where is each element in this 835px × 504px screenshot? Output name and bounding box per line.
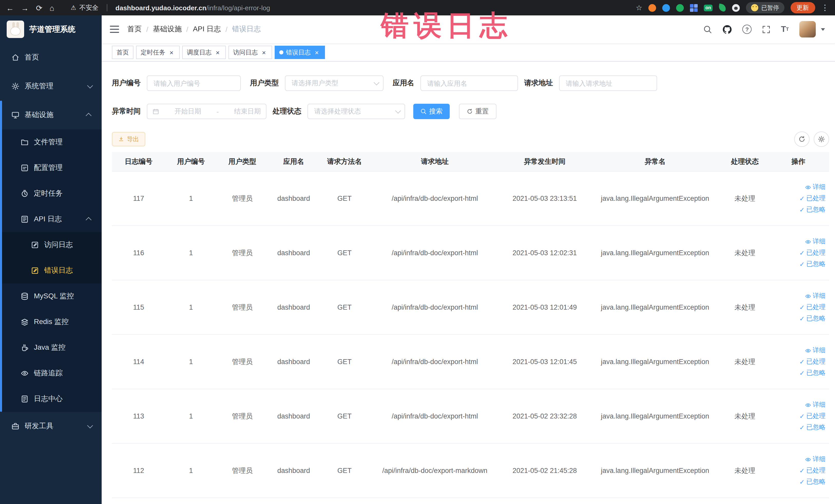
extension-icon[interactable]: [648, 4, 656, 12]
ignored-link[interactable]: ✓已忽略: [799, 314, 826, 323]
processed-link[interactable]: ✓已处理: [799, 466, 826, 475]
cell-user_type: 管理员: [217, 194, 268, 203]
extension-on-badge[interactable]: on: [704, 4, 713, 11]
detail-link[interactable]: 详细: [805, 183, 826, 191]
cell-url: /api/infra/db-doc/export-html: [370, 358, 500, 366]
sidebar-item[interactable]: 研发工具: [0, 412, 102, 441]
error-log-table: 日志编号用户编号用户类型应用名请求方法名请求地址异常发生时间异常名处理状态操作 …: [112, 152, 829, 498]
column-settings-button[interactable]: [813, 132, 829, 147]
update-button[interactable]: 更新: [790, 2, 815, 13]
sidebar-item[interactable]: 日志中心: [0, 386, 102, 412]
sidebar-item[interactable]: 基础设施: [0, 101, 102, 129]
back-icon[interactable]: ←: [6, 4, 14, 12]
ignored-link[interactable]: ✓已忽略: [799, 478, 826, 486]
sidebar-item[interactable]: 链路追踪: [0, 361, 102, 386]
close-icon[interactable]: ×: [313, 49, 320, 56]
search-button[interactable]: 搜索: [413, 104, 450, 119]
paused-badge[interactable]: 已暂停: [746, 2, 784, 13]
extension-icon[interactable]: [690, 4, 698, 12]
user-type-select[interactable]: 请选择用户类型: [285, 76, 384, 91]
sidebar-item[interactable]: API 日志: [0, 206, 102, 232]
close-icon[interactable]: ×: [260, 49, 267, 56]
sidebar-item[interactable]: MySQL 监控: [0, 283, 102, 309]
chevron-down-icon[interactable]: [821, 28, 825, 31]
address-url[interactable]: dashboard.yudao.iocoder.cn/infra/log/api…: [116, 4, 270, 12]
refresh-button[interactable]: [794, 132, 809, 147]
download-icon: [118, 136, 124, 142]
extension-leaf-icon[interactable]: [718, 4, 727, 12]
ignored-link[interactable]: ✓已忽略: [799, 205, 826, 214]
tab[interactable]: 首页: [112, 46, 134, 59]
user-avatar[interactable]: [799, 21, 815, 38]
user-id-input[interactable]: [147, 76, 241, 91]
search-icon[interactable]: [703, 25, 712, 34]
processed-link[interactable]: ✓已处理: [799, 248, 826, 257]
processed-link[interactable]: ✓已处理: [799, 303, 826, 312]
hamburger-icon[interactable]: [110, 26, 119, 33]
tab[interactable]: 调度日志×: [182, 46, 226, 59]
cell-app: dashboard: [268, 467, 319, 475]
detail-link[interactable]: 详细: [805, 292, 826, 300]
logo-row[interactable]: 芋道管理系统: [0, 15, 102, 43]
cell-id: 113: [112, 412, 165, 420]
extension-icon[interactable]: [676, 4, 684, 12]
ignored-link[interactable]: ✓已忽略: [799, 260, 826, 268]
home-icon[interactable]: ⌂: [49, 4, 54, 12]
ignored-link[interactable]: ✓已忽略: [799, 369, 826, 378]
extension-icon[interactable]: [662, 4, 670, 12]
detail-link[interactable]: 详细: [805, 346, 826, 355]
sidebar-item[interactable]: 访问日志: [0, 232, 102, 258]
help-icon[interactable]: ?: [742, 25, 752, 34]
sidebar-item[interactable]: 定时任务: [0, 181, 102, 206]
bookmark-star-icon[interactable]: ☆: [636, 4, 642, 12]
processed-link[interactable]: ✓已处理: [799, 194, 826, 203]
start-date-placeholder: 开始日期: [175, 107, 201, 116]
browser-menu-icon[interactable]: ⋮: [821, 3, 829, 12]
sidebar-item[interactable]: 系统管理: [0, 72, 102, 101]
column-header: 异常发生时间: [500, 157, 589, 166]
close-icon[interactable]: ×: [214, 49, 221, 56]
close-icon[interactable]: ×: [168, 49, 175, 56]
sidebar-item[interactable]: Java 监控: [0, 335, 102, 361]
sidebar-item[interactable]: 错误日志: [0, 258, 102, 283]
forward-icon[interactable]: →: [21, 4, 29, 12]
reload-icon[interactable]: ⟳: [36, 4, 42, 12]
cell-method: GET: [319, 303, 370, 311]
tab[interactable]: 定时任务×: [136, 46, 180, 59]
extension-paw-icon[interactable]: [732, 4, 740, 12]
cell-user_type: 管理员: [217, 466, 268, 475]
detail-link[interactable]: 详细: [805, 455, 826, 464]
breadcrumb-item[interactable]: 基础设施: [153, 25, 182, 34]
detail-link[interactable]: 详细: [805, 401, 826, 409]
fullscreen-icon[interactable]: [762, 25, 771, 34]
export-button[interactable]: 导出: [112, 132, 145, 146]
ignored-link[interactable]: ✓已忽略: [799, 423, 826, 432]
sidebar-item[interactable]: 配置管理: [0, 155, 102, 181]
github-icon[interactable]: [722, 24, 732, 34]
cell-actions: 详细 ✓已处理 ✓已忽略: [769, 237, 828, 268]
app-name-input[interactable]: [421, 76, 518, 91]
screen: ← → ⟳ ⌂ ⚠ 不安全 dashboard.yudao.iocoder.cn…: [0, 0, 835, 504]
processed-link[interactable]: ✓已处理: [799, 357, 826, 366]
breadcrumb-item[interactable]: API 日志: [193, 25, 221, 34]
tab[interactable]: 错误日志×: [274, 46, 325, 59]
reset-button[interactable]: 重置: [459, 104, 496, 119]
process-status-select[interactable]: 请选择处理状态: [307, 104, 405, 119]
check-icon: ✓: [799, 478, 805, 486]
eye-icon: [805, 184, 811, 190]
sidebar-item[interactable]: 文件管理: [0, 129, 102, 155]
date-range-picker[interactable]: 开始日期 - 结束日期: [147, 104, 266, 119]
site-security-chip[interactable]: ⚠ 不安全: [70, 3, 99, 12]
processed-link[interactable]: ✓已处理: [799, 412, 826, 421]
check-icon: ✓: [799, 369, 805, 377]
detail-link[interactable]: 详细: [805, 237, 826, 246]
font-size-icon[interactable]: TT: [781, 25, 789, 33]
doc-edit-icon: [31, 241, 39, 249]
cell-time: 2021-05-03 23:13:51: [500, 195, 589, 202]
sidebar-item[interactable]: Redis 监控: [0, 309, 102, 335]
tab[interactable]: 访问日志×: [228, 46, 272, 59]
sidebar-item[interactable]: 首页: [0, 43, 102, 72]
request-url-input[interactable]: [559, 76, 657, 91]
cell-status: 未处理: [721, 248, 769, 258]
breadcrumb-item[interactable]: 首页: [127, 25, 142, 34]
